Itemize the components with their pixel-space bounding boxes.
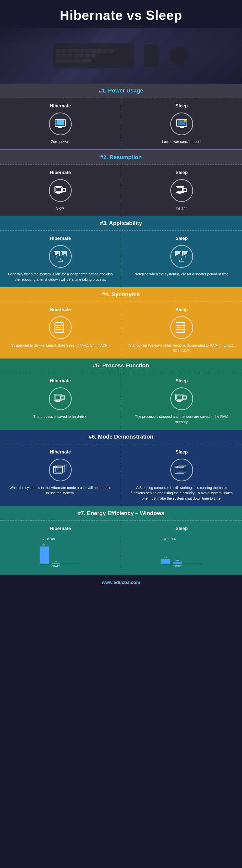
sleep-power-value: 1.5 <box>176 559 179 561</box>
section-4-title: #4. Synonyms <box>0 287 242 302</box>
section-2-title: #2. Resumption <box>0 150 242 164</box>
section-6-hibernate-text: While the system is in the Hibernate mod… <box>8 485 113 496</box>
section-2-sleep-title: Sleep <box>176 170 188 175</box>
svg-rect-10 <box>56 187 61 191</box>
svg-rect-69 <box>57 400 59 401</box>
section-4-sleep-text: Standby (in Windows older version), Susp… <box>129 343 235 353</box>
section-6-sleep-cell: Sleep A Sleeping computer is still worki… <box>121 444 242 506</box>
section-1-hibernate-text: Zero power. <box>51 139 70 145</box>
hero-image <box>0 28 242 84</box>
svg-rect-1 <box>57 120 64 125</box>
header: Hibernate vs Sleep <box>0 0 242 28</box>
sleep-process-icon <box>170 388 193 410</box>
section-3-hibernate-cell: Hibernate Generally <box>0 231 121 287</box>
hibernate-power-value: 0 <box>55 560 57 563</box>
svg-rect-72 <box>177 395 182 399</box>
section-1-sleep-text: Low power consumption. <box>162 139 201 145</box>
section-7-hibernate-title: Hibernate <box>50 526 71 531</box>
hibernate-power-icon <box>49 113 72 135</box>
section-2-hibernate-title: Hibernate <box>50 170 71 175</box>
svg-point-51 <box>61 327 62 328</box>
hibernate-synonyms-icon <box>49 316 72 339</box>
svg-point-6 <box>184 120 186 122</box>
section-2-hibernate-cell: Hibernate Slow. <box>0 165 121 216</box>
section-1-hibernate-title: Hibernate <box>50 103 71 109</box>
hibernate-chart: TIME TO ON 20.7 0 <box>37 535 83 570</box>
section-5-row: Hibernate The process is saved to hard-d… <box>0 373 242 430</box>
section-4-hibernate-title: Hibernate <box>50 307 71 312</box>
sleep-chart-axis <box>161 564 202 564</box>
hibernate-mode-icon <box>49 459 72 482</box>
section-5-title: #5. Process Function <box>0 359 242 373</box>
section-4-hibernate-cell: Hibernate Suspended to disk (in Linux), … <box>0 302 121 359</box>
section-energy-efficiency: #7. Energy Efficiency – Windows Hibernat… <box>0 506 242 575</box>
svg-point-79 <box>54 466 55 467</box>
hibernate-chart-x-labels: POWER <box>40 565 60 567</box>
section-5-sleep-text: The process is stopped and the work are … <box>129 414 235 425</box>
sleep-mode-icon <box>170 459 193 482</box>
sleep-applicability-icon <box>170 245 193 268</box>
svg-rect-75 <box>178 400 181 401</box>
section-5-hibernate-cell: Hibernate The process is saved to hard-d… <box>0 373 121 430</box>
section-resumption: #2. Resumption Hibernate Slow. Sleep <box>0 150 242 216</box>
hibernate-time-value: 20.7 <box>42 544 47 546</box>
sleep-time-bar-container: 2.9 <box>161 541 170 564</box>
hibernate-power-bar-container: 0 <box>52 541 60 564</box>
section-applicability: #3. Applicability Hibernate <box>0 216 242 287</box>
main-title: Hibernate vs Sleep <box>5 8 237 23</box>
hibernate-chart-axis <box>40 564 81 564</box>
sleep-power-bar-container: 1.5 <box>173 541 182 564</box>
section-3-hibernate-title: Hibernate <box>50 236 71 241</box>
hibernate-process-icon <box>49 388 72 410</box>
section-7-sleep-cell: Sleep TIME TO ON 2.9 1.5 <box>121 521 242 575</box>
svg-rect-46 <box>179 260 184 262</box>
hibernate-time-bar <box>40 547 49 564</box>
svg-rect-7 <box>180 126 183 127</box>
section-1-title: #1. Power Usage <box>0 84 242 98</box>
section-process-function: #5. Process Function Hibernate The proce… <box>0 359 242 430</box>
hibernate-resume-icon <box>49 179 72 202</box>
section-1-row: Hibernate Zero power. Sleep <box>0 98 242 150</box>
svg-rect-66 <box>55 395 61 399</box>
section-power-usage: #1. Power Usage Hibernate Zero power. Sl… <box>0 84 242 150</box>
section-2-row: Hibernate Slow. Sleep <box>0 164 242 216</box>
svg-point-87 <box>176 466 177 467</box>
section-6-hibernate-cell: Hibernate While the system is in the Hib… <box>0 444 121 506</box>
hibernate-chart-power-xlabel: POWER <box>52 565 60 567</box>
section-2-sleep-cell: Sleep Instant. <box>121 165 242 216</box>
section-4-row: Hibernate Suspended to disk (in Linux), … <box>0 302 242 359</box>
svg-rect-16 <box>177 187 183 191</box>
svg-rect-2 <box>59 126 62 127</box>
section-6-hibernate-title: Hibernate <box>50 450 71 455</box>
section-mode-demonstration: #6. Mode Demonstration Hibernate While t… <box>0 430 242 506</box>
footer: www.educba.com <box>0 575 242 590</box>
section-3-title: #3. Applicability <box>0 216 242 230</box>
section-4-hibernate-text: Suspended to disk (in Linux), Safe Seep … <box>11 343 110 348</box>
section-5-hibernate-title: Hibernate <box>50 378 71 383</box>
section-6-sleep-title: Sleep <box>176 450 188 455</box>
section-1-hibernate-cell: Hibernate Zero power. <box>0 98 121 150</box>
svg-rect-33 <box>58 260 63 262</box>
section-7-title: #7. Energy Efficiency – Windows <box>0 506 242 520</box>
sleep-resume-icon <box>170 179 193 202</box>
section-1-sleep-title: Sleep <box>176 103 188 109</box>
sleep-synonyms-icon <box>170 316 193 339</box>
svg-point-61 <box>183 331 184 332</box>
section-3-row: Hibernate Generally <box>0 230 242 287</box>
section-5-hibernate-text: The process is saved to hard-disk. <box>33 414 87 419</box>
section-6-row: Hibernate While the system is in the Hib… <box>0 444 242 506</box>
svg-rect-13 <box>57 192 60 193</box>
section-4-sleep-title: Sleep <box>176 307 188 312</box>
section-3-sleep-text: Preferred when the system is idle for a … <box>133 272 230 277</box>
svg-point-59 <box>183 323 184 324</box>
sleep-chart-power-xlabel: POWER <box>173 565 182 567</box>
section-7-hibernate-cell: Hibernate TIME TO ON 20.7 0 <box>0 521 121 575</box>
section-3-hibernate-text: Generally when the system is idle for a … <box>8 272 113 282</box>
hibernate-time-bar-container: 20.7 <box>40 541 49 564</box>
section-7-row: Hibernate TIME TO ON 20.7 0 <box>0 520 242 575</box>
section-2-sleep-text: Instant. <box>176 206 187 211</box>
sleep-chart-x-labels: POWER <box>161 565 182 567</box>
footer-url: www.educba.com <box>102 580 140 585</box>
sleep-time-bar <box>161 559 170 564</box>
section-3-sleep-cell: Sleep Preferred whe <box>121 231 242 287</box>
